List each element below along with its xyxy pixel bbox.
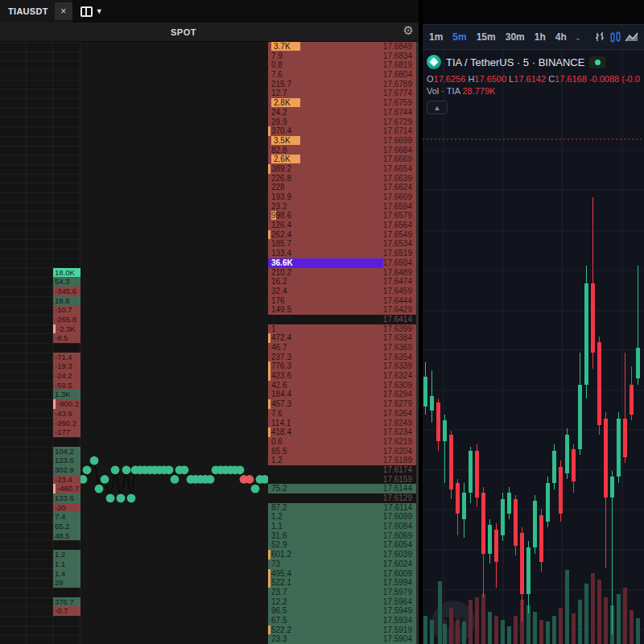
- ladder-row[interactable]: 418.417.6234: [268, 427, 416, 437]
- ladder-row[interactable]: 126.417.6564: [268, 221, 416, 230]
- ladder-row[interactable]: 495.417.6009: [268, 569, 416, 579]
- timeframe-5m[interactable]: 5m: [449, 30, 469, 44]
- ladder-row[interactable]: 96.517.5949: [268, 606, 416, 616]
- ladder-row[interactable]: 184.417.6294: [268, 390, 416, 399]
- ladder-row[interactable]: 17.6159: [268, 475, 416, 485]
- ladder-row[interactable]: 31.617.6069: [268, 531, 416, 541]
- area-chart-type-icon[interactable]: [625, 31, 639, 43]
- ladder-row[interactable]: 457.317.6279: [268, 399, 416, 409]
- close-icon[interactable]: ×: [55, 2, 72, 20]
- ladder-row[interactable]: 998.617.6579: [268, 211, 416, 221]
- ladder-row[interactable]: 29.917.6729: [268, 118, 416, 127]
- ladder-row[interactable]: 7317.6024: [268, 559, 416, 569]
- ladder-row[interactable]: 149.517.6429: [268, 305, 416, 315]
- price-ladder[interactable]: 3.7K17.68497.917.68340.817.68197.617.680…: [268, 42, 419, 644]
- price-level: 17.6579: [383, 211, 412, 221]
- ladder-row[interactable]: 23.717.5979: [268, 588, 416, 597]
- price-level: 17.6834: [383, 52, 412, 61]
- ladder-row[interactable]: 7.917.6834: [268, 52, 416, 61]
- ladder-row[interactable]: 133.417.6519: [268, 249, 416, 258]
- ladder-row[interactable]: 12.217.5964: [268, 597, 416, 607]
- price-level: 17.6759: [383, 98, 412, 108]
- ladder-row[interactable]: 423.617.6324: [268, 371, 416, 381]
- delta-cell: 104.2: [53, 447, 80, 456]
- ladder-row[interactable]: 7.617.6264: [268, 409, 416, 419]
- price-level: 17.6384: [383, 333, 412, 343]
- tv-chart-area: TV TIA / TetherUS · 5 · BINANCE O17.6256…: [423, 50, 644, 644]
- price-level: 17.6594: [383, 202, 412, 212]
- ladder-row[interactable]: 16.217.6474: [268, 277, 416, 287]
- ladder-row[interactable]: 226.817.6639: [268, 174, 416, 184]
- ladder-row[interactable]: 32.417.6459: [268, 287, 416, 296]
- ladder-row[interactable]: 17.6174: [268, 465, 416, 475]
- ladder-row[interactable]: 3.5K17.6699: [268, 136, 416, 146]
- ladder-row[interactable]: 52.917.6054: [268, 540, 416, 550]
- timeframe-1h[interactable]: 1h: [531, 30, 549, 44]
- ladder-row[interactable]: 23.217.6594: [268, 202, 416, 212]
- price-level: 17.5904: [383, 634, 412, 644]
- ladder-row[interactable]: 17.6414: [268, 315, 416, 324]
- ladder-row[interactable]: 1.217.6099: [268, 512, 416, 522]
- ladder-row[interactable]: 114.117.6249: [268, 419, 416, 428]
- ladder-row[interactable]: 67.517.5934: [268, 616, 416, 625]
- ladder-row[interactable]: 12.717.6774: [268, 89, 416, 98]
- ladder-row[interactable]: 2.6K17.6669: [268, 155, 416, 164]
- ladder-row[interactable]: 0.617.6219: [268, 437, 416, 447]
- delta-cell: -19.3: [53, 361, 80, 371]
- price-level: 17.6714: [383, 126, 412, 136]
- price-chart-canvas[interactable]: TV: [423, 50, 644, 644]
- timeframe-30m[interactable]: 30m: [502, 30, 528, 44]
- ladder-row[interactable]: 522.217.5919: [268, 625, 416, 635]
- ladder-row[interactable]: 193.917.6609: [268, 192, 416, 202]
- delta-cell: -2.3K: [53, 324, 80, 334]
- price-level: 17.5994: [383, 578, 412, 588]
- ladder-row[interactable]: 22817.6624: [268, 183, 416, 192]
- timeframe-1m[interactable]: 1m: [426, 30, 446, 44]
- layout-select-button[interactable]: ▼: [80, 6, 103, 17]
- bar-chart-type-icon[interactable]: [594, 31, 606, 43]
- ladder-row[interactable]: 87.217.6114: [268, 503, 416, 513]
- ladder-row[interactable]: 262.417.6549: [268, 230, 416, 240]
- market-status-button[interactable]: [589, 56, 605, 68]
- ladder-row[interactable]: 65.517.6204: [268, 447, 416, 456]
- ladder-row[interactable]: 522.117.5994: [268, 578, 416, 588]
- ladder-row[interactable]: 46.717.6369: [268, 343, 416, 353]
- ladder-row[interactable]: 370.417.6714: [268, 126, 416, 136]
- price-level: 17.6549: [383, 230, 412, 240]
- ladder-row[interactable]: 1.217.6189: [268, 456, 416, 465]
- ladder-row[interactable]: 776.317.6339: [268, 361, 416, 371]
- ladder-row[interactable]: 215.717.6789: [268, 80, 416, 89]
- ladder-row[interactable]: 17.6129: [268, 493, 416, 503]
- delta-cell: -177: [53, 427, 80, 437]
- ladder-row[interactable]: 75.217.6144: [268, 484, 416, 493]
- ladder-row[interactable]: 117.6399: [268, 324, 416, 334]
- ladder-row[interactable]: 389.217.6654: [268, 164, 416, 174]
- candles-chart-type-icon[interactable]: [609, 31, 621, 43]
- ladder-row[interactable]: 210.217.6489: [268, 268, 416, 278]
- ladder-row[interactable]: 36.6K17.6504: [268, 258, 416, 268]
- ladder-row[interactable]: 3.7K17.6849: [268, 42, 416, 52]
- delta-cell: 18.8: [53, 296, 80, 306]
- symbol-title[interactable]: TIA / TetherUS · 5 · BINANCE: [446, 56, 584, 68]
- chevron-down-icon[interactable]: ⌄: [573, 33, 583, 42]
- ladder-row[interactable]: 24.217.6744: [268, 108, 416, 118]
- ladder-row[interactable]: 2.8K17.6759: [268, 98, 416, 108]
- ladder-row[interactable]: 23.317.5904: [268, 634, 416, 644]
- tab-tiausdt[interactable]: TIAUSDT ×: [0, 0, 72, 23]
- ladder-row[interactable]: 82.817.6684: [268, 146, 416, 155]
- ladder-row[interactable]: 185.717.6534: [268, 239, 416, 249]
- timeframe-4h[interactable]: 4h: [552, 30, 570, 44]
- ladder-row[interactable]: 1.117.6084: [268, 522, 416, 531]
- ladder-row[interactable]: 472.417.6384: [268, 333, 416, 343]
- timeframe-15m[interactable]: 15m: [473, 30, 499, 44]
- ladder-row[interactable]: 0.817.6819: [268, 60, 416, 70]
- ladder-row[interactable]: 42.617.6309: [268, 381, 416, 390]
- tv-toolbar: 1m 5m 15m 30m 1h 4h ⌄ ⌄: [423, 24, 644, 50]
- ladder-row[interactable]: 237.317.6354: [268, 353, 416, 362]
- gear-icon[interactable]: ⚙: [403, 23, 414, 38]
- ladder-row[interactable]: 17617.6444: [268, 296, 416, 306]
- price-level: 17.6744: [383, 108, 412, 118]
- ladder-row[interactable]: 7.617.6804: [268, 70, 416, 80]
- ladder-row[interactable]: 601.217.6039: [268, 550, 416, 559]
- collapse-legend-button[interactable]: ▲: [427, 101, 448, 114]
